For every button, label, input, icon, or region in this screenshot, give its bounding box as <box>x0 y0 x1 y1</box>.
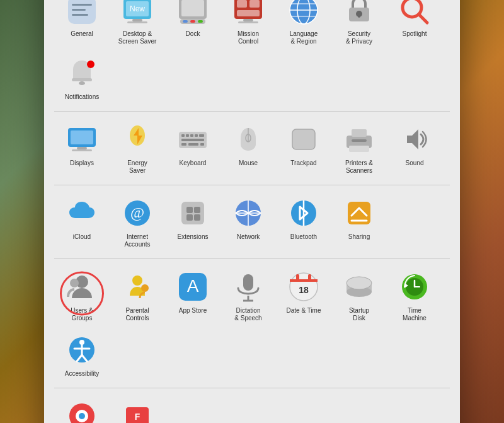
svg-rect-20 <box>238 21 258 23</box>
svg-rect-64 <box>194 214 200 221</box>
accessibility-label: Accessibility <box>65 370 99 378</box>
pref-macfuse[interactable]: F MacFUSE(Tuxera) Remove "MacFUSE (Tuxer… <box>110 393 165 424</box>
mission-control-icon <box>231 0 266 28</box>
desktop-screen-saver-icon: New <box>120 0 155 28</box>
trackpad-label: Trackpad <box>290 159 316 167</box>
displays-icon <box>64 122 100 157</box>
internet-accounts-label: InternetAccounts <box>124 233 150 248</box>
pref-network[interactable]: Network <box>220 190 276 253</box>
parental-controls-icon <box>120 269 155 304</box>
language-region-icon <box>286 0 321 28</box>
svg-rect-55 <box>352 129 367 137</box>
bluetooth-label: Bluetooth <box>290 233 317 241</box>
pref-mission-control[interactable]: MissionControl <box>220 0 276 50</box>
sound-label: Sound <box>406 159 424 167</box>
pref-icloud[interactable]: iCloud <box>54 190 110 253</box>
pref-spotlight[interactable]: Spotlight <box>387 0 442 50</box>
pref-extensions[interactable]: Extensions <box>165 190 220 253</box>
svg-marker-57 <box>407 129 418 149</box>
svg-rect-52 <box>292 129 315 149</box>
svg-text:New: New <box>130 4 145 13</box>
row-4: Users &Groups ParentalControls A App Sto… <box>54 264 450 383</box>
pref-chrome-remote-desktop[interactable]: Chrom...emoteDesktop Host <box>54 393 110 424</box>
pref-language-region[interactable]: Language& Region <box>276 0 331 50</box>
svg-text:A: A <box>187 276 199 296</box>
internet-accounts-icon: @ <box>120 195 155 231</box>
sound-icon <box>397 122 432 157</box>
printers-scanners-icon <box>341 122 377 157</box>
displays-label: Displays <box>70 159 94 167</box>
security-privacy-icon <box>341 0 377 28</box>
pref-bluetooth[interactable]: Bluetooth <box>276 190 331 253</box>
svg-rect-16 <box>237 0 247 8</box>
pref-dock[interactable]: Dock <box>165 0 220 50</box>
pref-sharing[interactable]: Sharing <box>331 190 387 253</box>
pref-displays[interactable]: Displays <box>54 117 110 180</box>
svg-rect-43 <box>190 134 193 137</box>
spotlight-icon <box>397 0 432 28</box>
general-icon <box>64 0 100 28</box>
app-store-icon: A <box>175 269 210 304</box>
svg-rect-46 <box>181 139 204 141</box>
pref-internet-accounts[interactable]: @ InternetAccounts <box>110 190 165 253</box>
extensions-icon <box>175 195 210 231</box>
separator-1 <box>54 111 450 112</box>
dock-label: Dock <box>186 30 200 38</box>
svg-line-31 <box>419 14 427 23</box>
macfuse-icon: F <box>120 398 155 424</box>
svg-rect-19 <box>243 19 253 21</box>
svg-point-34 <box>87 61 94 68</box>
pref-security-privacy[interactable]: Security& Privacy <box>331 0 387 50</box>
date-time-label: Date & Time <box>286 307 321 315</box>
svg-rect-61 <box>186 207 193 213</box>
svg-rect-38 <box>72 149 92 151</box>
time-machine-label: TimeMachine <box>403 307 427 322</box>
pref-app-store[interactable]: A App Store <box>165 264 220 327</box>
svg-rect-14 <box>198 20 203 23</box>
startup-disk-icon <box>341 269 377 304</box>
svg-text:18: 18 <box>299 285 309 295</box>
svg-rect-62 <box>194 207 200 213</box>
pref-printers-scanners[interactable]: Printers &Scanners <box>331 117 387 180</box>
svg-rect-48 <box>188 143 198 146</box>
separator-2 <box>54 185 450 185</box>
icloud-icon <box>64 195 100 231</box>
pref-general[interactable]: General <box>54 0 110 50</box>
svg-point-73 <box>132 275 142 286</box>
pref-sound[interactable]: Sound <box>387 117 442 180</box>
accessibility-icon <box>64 332 100 368</box>
bottom-row: Chrom...emoteDesktop Host F MacFUSE(Tuxe… <box>54 393 450 424</box>
icloud-label: iCloud <box>73 233 91 241</box>
dock-icon <box>175 0 210 28</box>
svg-point-74 <box>141 284 149 292</box>
pref-parental-controls[interactable]: ParentalControls <box>110 264 165 327</box>
pref-mouse[interactable]: Mouse <box>220 117 276 180</box>
pref-startup-disk[interactable]: StartupDisk <box>331 264 387 327</box>
startup-disk-label: StartupDisk <box>349 307 369 322</box>
users-groups-icon <box>64 269 100 304</box>
pref-notifications[interactable]: Notifications <box>54 50 110 106</box>
pref-dictation-speech[interactable]: Dictation& Speech <box>220 264 276 327</box>
pref-energy-saver[interactable]: EnergySaver <box>110 117 165 180</box>
pref-trackpad[interactable]: Trackpad <box>276 117 331 180</box>
svg-rect-29 <box>358 14 360 18</box>
svg-rect-1 <box>72 4 92 6</box>
general-label: General <box>71 30 93 38</box>
app-store-label: App Store <box>179 307 207 315</box>
pref-keyboard[interactable]: Keyboard <box>165 117 220 180</box>
mouse-icon <box>231 122 266 157</box>
pref-date-time[interactable]: 18 Date & Time <box>276 264 331 327</box>
svg-rect-13 <box>190 20 195 23</box>
language-region-label: Language& Region <box>290 30 318 45</box>
svg-rect-47 <box>181 143 186 146</box>
svg-rect-17 <box>249 0 260 8</box>
svg-rect-2 <box>72 9 86 11</box>
pref-users-groups[interactable]: Users &Groups <box>54 264 110 327</box>
chrome-remote-desktop-icon <box>64 398 100 424</box>
pref-accessibility[interactable]: Accessibility <box>54 327 110 383</box>
svg-rect-6 <box>132 19 142 21</box>
pref-time-machine[interactable]: TimeMachine <box>387 264 442 327</box>
pref-desktop-screen-saver[interactable]: New Desktop &Screen Saver <box>110 0 165 50</box>
parental-controls-label: ParentalControls <box>125 307 149 322</box>
svg-rect-60 <box>181 202 204 224</box>
